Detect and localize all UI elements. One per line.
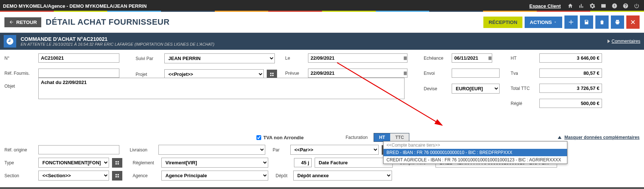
delete-button[interactable]: [595, 15, 609, 29]
label-facturation: Facturation: [346, 135, 371, 140]
label-regle: Réglé: [511, 101, 536, 106]
picker-icon: [115, 161, 119, 165]
label-ref-fournis: Réf. Fournis.: [4, 71, 35, 76]
close-icon: [630, 19, 636, 25]
add-button[interactable]: [564, 15, 578, 29]
print-button[interactable]: [611, 15, 624, 29]
info-band: COMMANDE D'ACHAT N°AC210021 EN ATTENTE L…: [0, 33, 644, 50]
chevron-down-icon: [553, 20, 557, 24]
toggle-ht-button[interactable]: HT: [374, 133, 390, 141]
envoi-input[interactable]: [452, 69, 500, 78]
le-input[interactable]: [308, 53, 407, 63]
supplier-band: MAFATE RÉUNION // SERVICE COMMERCIAL Voi…: [0, 187, 644, 189]
label-projet: Projet: [136, 72, 161, 77]
espace-client-link[interactable]: Espace Client: [529, 3, 561, 9]
page-title: DÉTAIL ACHAT FOURNISSEUR: [46, 17, 169, 27]
tva-non-arrondie-checkbox[interactable]: [256, 135, 261, 140]
save-button[interactable]: [580, 15, 593, 29]
actions-dropdown-button[interactable]: ACTIONS: [525, 17, 562, 28]
header-row: RETOUR DÉTAIL ACHAT FOURNISSEUR RÉCEPTIO…: [0, 12, 644, 33]
print-icon: [615, 19, 620, 25]
ht-value: [539, 53, 602, 63]
calendar-icon[interactable]: [402, 70, 409, 77]
label-ref-origine: Réf. origine: [4, 147, 35, 153]
ref-origine-input[interactable]: [38, 145, 119, 154]
calendar-icon[interactable]: [486, 55, 494, 62]
agence-select[interactable]: Agence Principale: [161, 171, 268, 181]
par-select[interactable]: <<Par>>: [290, 145, 379, 155]
jours-input[interactable]: [294, 158, 312, 167]
record-title: COMMANDE D'ACHAT N°AC210021: [21, 36, 214, 42]
label-reglement: Règlement: [133, 160, 158, 165]
label-objet: Objet: [4, 84, 35, 89]
label-devise: Devise: [424, 86, 449, 91]
masquer-link[interactable]: Masquer données complémentaires: [558, 135, 640, 140]
label-suivi-par: Suivi Par: [136, 56, 161, 61]
livraison-select[interactable]: [158, 145, 265, 155]
top-bar: DEMO MYKOMELA/Agence - DEMO MYKOMELA/JEA…: [0, 0, 644, 12]
ref-fournis-input[interactable]: [38, 69, 119, 78]
back-button[interactable]: RETOUR: [4, 17, 41, 27]
topbar-actions: Espace Client: [529, 1, 641, 10]
date-facture-select[interactable]: Date Facture: [315, 158, 393, 168]
stats-icon[interactable]: [577, 1, 586, 10]
label-type: Type: [4, 160, 35, 165]
label-section: Section: [4, 173, 35, 178]
arrow-left-icon: [9, 20, 14, 25]
label-prevue: Prévue: [285, 71, 305, 76]
suivi-par-select[interactable]: JEAN PERRIN: [164, 53, 275, 63]
label-envoi: Envoi: [424, 71, 449, 76]
label-ht: HT: [511, 56, 536, 61]
triangle-right-icon: [608, 39, 610, 43]
help-icon[interactable]: [621, 1, 630, 10]
breadcrumb: DEMO MYKOMELA/Agence - DEMO MYKOMELA/JEA…: [3, 3, 147, 9]
type-picker-button[interactable]: [112, 158, 122, 168]
reglement-select[interactable]: Virement[VIR]: [161, 158, 268, 168]
label-tva-non-arrondie: TVA non Arrondie: [263, 135, 304, 140]
form-area: N° Réf. Fournis. Objet Suivi Par JEAN PE…: [0, 50, 644, 187]
total-ttc-value: [539, 84, 602, 93]
depot-select[interactable]: Dépôt annexe: [293, 171, 392, 181]
label-agence: Agence: [133, 173, 158, 178]
close-button[interactable]: [626, 15, 640, 29]
plus-icon: [568, 19, 574, 25]
dropdown-option[interactable]: CREDIT AGRICOLE - IBAN : FR 76 100010001…: [384, 156, 567, 164]
triangle-up-icon: [558, 136, 561, 139]
regle-value: [539, 99, 602, 108]
label-no: N°: [4, 56, 35, 61]
section-select[interactable]: <<Section>>: [38, 171, 109, 181]
tva-value: [539, 69, 602, 78]
gear-icon[interactable]: [588, 1, 597, 10]
type-select[interactable]: FONCTIONNEMENT[FON]: [38, 158, 109, 168]
label-depot: Dépôt: [276, 173, 290, 178]
actions-label: ACTIONS: [530, 20, 552, 25]
label-par: Par: [273, 147, 287, 153]
toggle-ttc-button[interactable]: TTC: [390, 133, 409, 141]
clock-icon: [4, 35, 16, 48]
facturation-toggle: HT TTC: [374, 133, 409, 142]
record-subtitle: EN ATTENTE LE 26/10/2021 À 16:54:32 PAR …: [21, 42, 214, 46]
power-icon[interactable]: [632, 1, 641, 10]
no-input: [38, 53, 119, 63]
label-echeance: Echéance: [424, 56, 449, 61]
dropdown-option-selected[interactable]: BRED - IBAN : FR 76 00000010000010 - BIC…: [384, 149, 567, 156]
reception-button[interactable]: RÉCEPTION: [483, 17, 522, 28]
devise-select[interactable]: EURO[EUR]: [452, 84, 500, 94]
card-icon[interactable]: [599, 1, 608, 10]
home-icon[interactable]: [566, 1, 575, 10]
comments-link[interactable]: Commentaires: [608, 39, 640, 44]
label-livraison: Livraison: [130, 147, 155, 153]
label-total-ttc: Total TTC: [511, 86, 536, 91]
objet-textarea[interactable]: Achat du 22/09/2021: [38, 78, 405, 99]
calendar-icon[interactable]: [402, 55, 409, 62]
picker-icon: [270, 72, 274, 77]
picker-icon: [115, 174, 119, 178]
alert-icon[interactable]: [610, 1, 619, 10]
trash-icon: [599, 19, 605, 25]
dropdown-option-placeholder[interactable]: <<Compte bancaire tiers>>: [384, 141, 567, 149]
back-label: RETOUR: [16, 20, 37, 25]
compte-tiers-dropdown-list: <<Compte bancaire tiers>> BRED - IBAN : …: [383, 141, 567, 164]
section-picker-button[interactable]: [112, 171, 122, 181]
save-icon: [584, 19, 589, 25]
prevue-input[interactable]: [308, 69, 407, 78]
